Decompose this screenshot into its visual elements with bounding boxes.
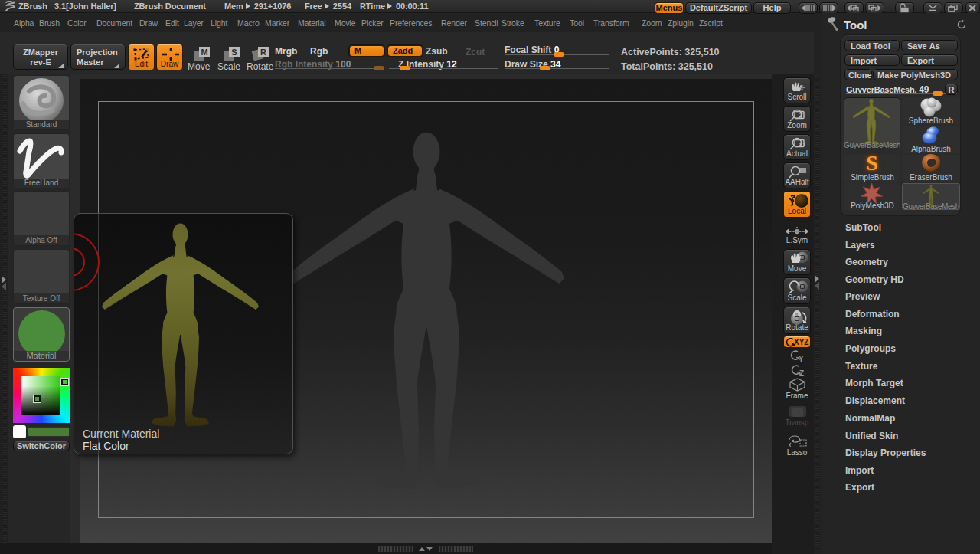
svg-text:Y: Y (799, 355, 804, 363)
svg-text:Z: Z (799, 369, 804, 378)
svg-text:x1: x1 (799, 141, 805, 148)
